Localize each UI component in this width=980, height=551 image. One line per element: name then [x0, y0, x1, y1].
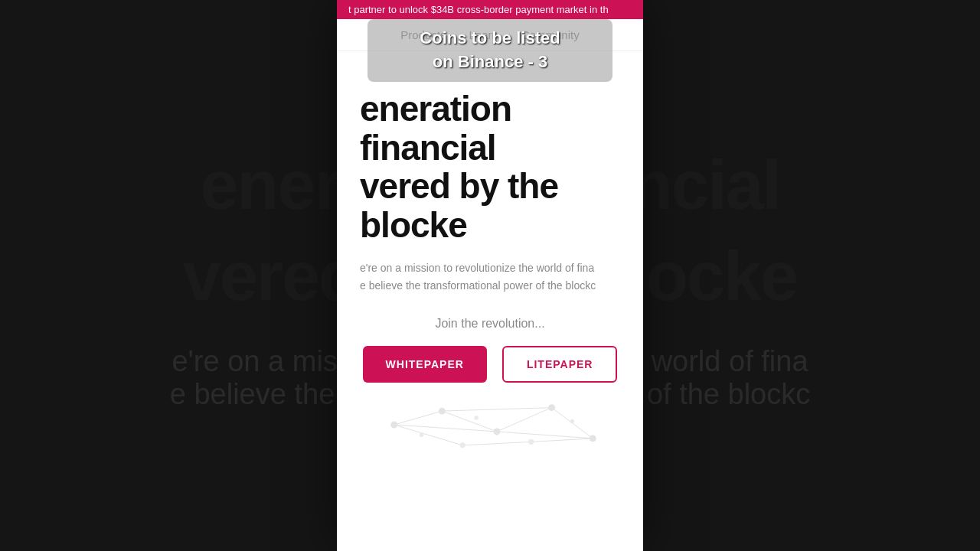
svg-point-12 [493, 429, 500, 435]
annotation-overlay: Coins to be listed on Binance - 3 [368, 19, 612, 82]
svg-line-7 [394, 425, 462, 445]
hero-sub: e're on a mission to revolutionize the w… [360, 259, 620, 294]
svg-line-5 [442, 408, 551, 411]
svg-point-14 [590, 435, 596, 442]
whitepaper-button[interactable]: WHITEPAPER [363, 346, 487, 383]
svg-line-6 [497, 432, 593, 439]
svg-point-13 [548, 404, 555, 411]
hero-heading-line2: vered by the blocke [360, 166, 558, 245]
svg-point-19 [570, 419, 574, 423]
svg-line-9 [531, 439, 593, 442]
svg-point-18 [474, 416, 478, 420]
network-graph [360, 394, 620, 455]
ticker-bar: t partner to unlock $34B cross-border pa… [337, 0, 643, 19]
join-text: Join the revolution... [360, 317, 620, 331]
svg-line-8 [462, 442, 531, 445]
hero-heading-line1: eneration financial [360, 89, 511, 168]
hero-sub-line2: e believe the transformational power of … [360, 277, 620, 294]
svg-point-10 [390, 422, 397, 429]
svg-point-15 [460, 442, 466, 448]
svg-point-11 [439, 408, 446, 415]
annotation-line1: Coins to be listed [383, 27, 597, 51]
annotation-line2: on Binance - 3 [383, 51, 597, 74]
mobile-card: t partner to unlock $34B cross-border pa… [337, 0, 643, 551]
hero-sub-line1: e're on a mission to revolutionize the w… [360, 259, 620, 276]
svg-point-17 [420, 433, 423, 437]
svg-point-16 [528, 439, 534, 445]
hero-section: eneration financial vered by the blocke … [337, 51, 643, 551]
svg-line-2 [497, 408, 552, 432]
svg-line-0 [394, 411, 443, 425]
buttons-row: WHITEPAPER LITEPAPER [360, 346, 620, 383]
hero-heading: eneration financial vered by the blocke [360, 90, 620, 244]
litepaper-button[interactable]: LITEPAPER [502, 346, 618, 383]
